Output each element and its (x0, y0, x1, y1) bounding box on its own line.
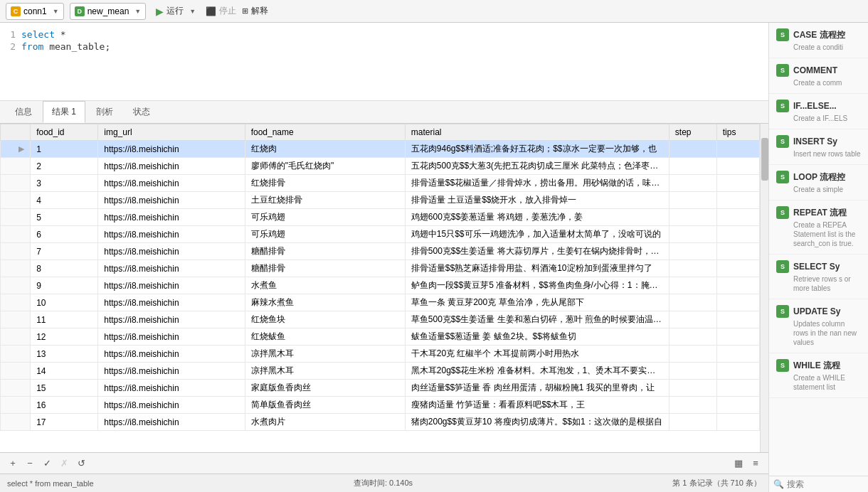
table-cell: 土豆红烧排骨 (245, 192, 405, 209)
run-button[interactable]: ▶ 运行 ▼ (152, 4, 200, 18)
snippet-title: IF...ELSE... (793, 101, 837, 111)
table-row[interactable]: ▶1https://i8.meishichin红烧肉五花肉946g$$料酒适;准… (1, 141, 760, 158)
snippet-item[interactable]: S INSERT Sy Insert new rows table (769, 129, 868, 165)
table-row[interactable]: 9https://i8.meishichin水煮鱼鲈鱼肉一段$$黄豆芽5 准备材… (1, 277, 760, 294)
remove-row-button[interactable]: − (23, 456, 37, 471)
snippet-header: S COMMENT (776, 64, 862, 77)
table-container: food_id img_url food_name material step … (0, 124, 768, 452)
tab-status[interactable]: 状态 (124, 101, 159, 123)
table-cell: 7 (31, 243, 98, 260)
table-row[interactable]: 13https://i8.meishichin凉拌黑木耳干木耳20克 红椒半个 … (1, 346, 760, 363)
snippet-item[interactable]: S IF...ELSE... Create a IF...ELS (769, 94, 868, 129)
table-row[interactable]: 2https://i8.meishichin廖师傅的"毛氏红烧肉"五花肉500克… (1, 158, 760, 175)
sql-keyword-select: select (21, 29, 55, 40)
table-row[interactable]: 11https://i8.meishichin红烧鱼块草鱼500克$$生姜适量 … (1, 311, 760, 328)
table-cell (669, 209, 716, 226)
tab-profile[interactable]: 剖析 (87, 101, 122, 123)
explain-icon: ⊞ (242, 6, 248, 16)
snippet-item[interactable]: S CASE 流程控 Create a conditi (769, 23, 868, 58)
table-row[interactable]: 17https://i8.meishichin水煮肉片猪肉200g$$黄豆芽10… (1, 414, 760, 431)
row-count: 第 1 条记录（共 710 条） (672, 478, 761, 488)
col-header-step[interactable]: step (669, 124, 716, 141)
table-scroll-area[interactable]: food_id img_url food_name material step … (0, 124, 760, 452)
bottom-toolbar: + − ✓ ✗ ↺ ▦ ≡ (0, 452, 768, 474)
snippet-item[interactable]: S COMMENT Create a comm (769, 58, 868, 94)
search-icon: 🔍 (773, 479, 784, 489)
row-indicator (1, 226, 31, 243)
table-cell: 10 (31, 294, 98, 311)
list-view-button[interactable]: ≡ (748, 456, 763, 471)
snippet-item[interactable]: S SELECT Sy Retrieve rows s or more tabl… (769, 255, 868, 299)
row-indicator (1, 380, 31, 397)
snippet-icon: S (776, 359, 789, 372)
connection-selector[interactable]: C conn1 ▼ (6, 3, 64, 20)
snippet-desc: Create a conditi (793, 43, 862, 52)
snippet-item[interactable]: S UPDATE Sy Updates column rows in the n… (769, 299, 868, 353)
explain-label: 解释 (251, 5, 268, 17)
stop-button[interactable]: ⬛ 停止 (206, 5, 236, 17)
database-selector[interactable]: D new_mean ▼ (70, 3, 147, 20)
table-cell (669, 397, 716, 414)
table-row[interactable]: 5https://i8.meishichin可乐鸡翅鸡翅600克$$姜葱适量 将… (1, 209, 760, 226)
row-indicator (1, 294, 31, 311)
table-cell: 17 (31, 414, 98, 431)
table-cell: https://i8.meishichin (98, 243, 245, 260)
col-header-food-name[interactable]: food_name (245, 124, 405, 141)
snippet-item[interactable]: S LOOP 流程控 Create a simple (769, 165, 868, 200)
table-row[interactable]: 4https://i8.meishichin土豆红烧排骨排骨适量 土豆适量$$烧… (1, 192, 760, 209)
table-row[interactable]: 3https://i8.meishichin红烧排骨排骨适量$$花椒适量／排骨焯… (1, 175, 760, 192)
col-header-material[interactable]: material (405, 124, 669, 141)
cancel-button[interactable]: ✗ (57, 456, 71, 471)
table-row[interactable]: 16https://i8.meishichin简单版鱼香肉丝瘦猪肉适量 竹笋适量… (1, 397, 760, 414)
snippet-title: UPDATE Sy (793, 306, 840, 316)
confirm-button[interactable]: ✓ (40, 456, 54, 471)
table-cell: 6 (31, 226, 98, 243)
table-cell: https://i8.meishichin (98, 277, 245, 294)
table-cell (716, 346, 759, 363)
refresh-button[interactable]: ↺ (74, 456, 88, 471)
table-cell: https://i8.meishichin (98, 209, 245, 226)
col-header-food-id[interactable]: food_id (31, 124, 98, 141)
col-header-img-url[interactable]: img_url (98, 124, 245, 141)
table-cell (716, 158, 759, 175)
row-indicator (1, 311, 31, 328)
query-time: 查询时间: 0.140s (354, 478, 413, 488)
table-cell: 五花肉946g$$料酒适;准备好五花肉；$$凉水一定要一次加够，也 (405, 141, 669, 158)
explain-button[interactable]: ⊞ 解释 (242, 5, 268, 17)
table-cell: 糖醋排骨 (245, 243, 405, 260)
sql-keyword-from: from (21, 41, 43, 52)
snippet-header: S CASE 流程控 (776, 28, 862, 41)
table-cell: https://i8.meishichin (98, 397, 245, 414)
snippet-title: CASE 流程控 (793, 29, 845, 41)
table-row[interactable]: 10https://i8.meishichin麻辣水煮鱼草鱼一条 黄豆芽200克… (1, 294, 760, 311)
table-cell: 肉丝适量$$笋适量 香 肉丝用蛋清，胡椒粉腌1 我买的里脊肉，让 (405, 380, 669, 397)
search-box: 🔍 (769, 476, 868, 492)
search-input[interactable] (787, 479, 844, 489)
snippet-item[interactable]: S REPEAT 流程 Create a REPEA Statement lis… (769, 200, 868, 255)
grid-view-button[interactable]: ▦ (731, 456, 746, 471)
table-cell: 红烧排骨 (245, 175, 405, 192)
add-row-button[interactable]: + (6, 456, 20, 471)
table-cell: https://i8.meishichin (98, 346, 245, 363)
table-cell: 1 (31, 141, 98, 158)
snippet-item[interactable]: S WHILE 流程 Create a WHILE statement list (769, 353, 868, 398)
table-scrollbar[interactable] (760, 124, 768, 452)
table-cell: 干木耳20克 红椒半个 木耳提前两小时用热水 (405, 346, 669, 363)
snippet-desc: Create a IF...ELS (793, 114, 862, 123)
table-cell: 简单版鱼香肉丝 (245, 397, 405, 414)
table-row[interactable]: 7https://i8.meishichin糖醋排骨排骨500克$$生姜适量 将… (1, 243, 760, 260)
table-row[interactable]: 14https://i8.meishichin凉拌黑木耳黑木耳20g$$花生米粉… (1, 363, 760, 380)
sql-editor[interactable]: 1 select * 2 from mean_table; (0, 23, 768, 101)
col-header-tips[interactable]: tips (716, 124, 759, 141)
right-panel-wrapper: S CASE 流程控 Create a conditi S COMMENT Cr… (768, 23, 868, 492)
table-cell (669, 380, 716, 397)
table-row[interactable]: 6https://i8.meishichin可乐鸡翅鸡翅中15只$$可乐一鸡翅洗… (1, 226, 760, 243)
table-row[interactable]: 12https://i8.meishichin红烧鲅鱼鲅鱼适量$$葱适量 姜 鲅… (1, 328, 760, 346)
tab-info[interactable]: 信息 (6, 101, 41, 123)
table-cell (716, 243, 759, 260)
table-row[interactable]: 15https://i8.meishichin家庭版鱼香肉丝肉丝适量$$笋适量 … (1, 380, 760, 397)
tab-result1[interactable]: 结果 1 (43, 101, 85, 123)
table-cell (716, 277, 759, 294)
table-cell (716, 141, 759, 158)
table-row[interactable]: 8https://i8.meishichin糖醋排骨排骨适量$$熟芝麻适排骨用盐… (1, 260, 760, 277)
